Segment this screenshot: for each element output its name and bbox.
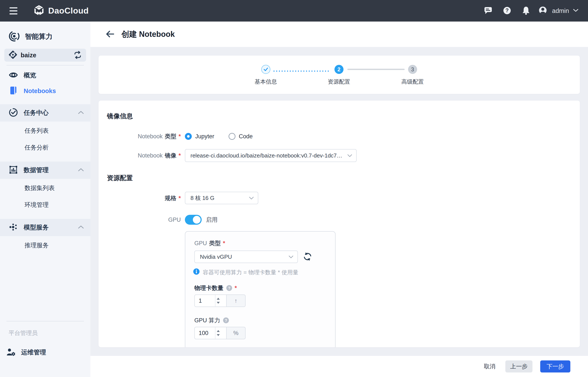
workspace-diamond-icon: [9, 50, 17, 60]
page-title: 创建 Notebook: [121, 29, 175, 40]
username-label: admin: [552, 7, 569, 14]
svg-text:?: ?: [228, 286, 230, 290]
step-2-circle[interactable]: 2: [334, 65, 343, 74]
messages-button[interactable]: [482, 5, 494, 17]
question-circle-icon[interactable]: ?: [223, 317, 229, 324]
sidebar-item-task-analysis[interactable]: 任务分析: [0, 140, 90, 155]
sidebar-item-label: 概览: [24, 71, 36, 80]
chevron-down-icon: [347, 154, 352, 157]
gpu-compute-label: GPU 算力 ?: [194, 317, 229, 324]
help-icon: ?: [502, 6, 512, 16]
sidebar-subitem-label: 数据集列表: [24, 184, 55, 192]
gpu-toggle[interactable]: [185, 215, 202, 225]
radio-jupyter[interactable]: [185, 133, 192, 140]
bell-icon: [521, 6, 531, 16]
workspace-selector[interactable]: baize: [4, 49, 86, 62]
step-1-circle[interactable]: [261, 65, 270, 74]
card-count-input: [194, 295, 227, 307]
section-heading-resource: 资源配置: [107, 174, 133, 182]
gpu-type-select[interactable]: Nvidia vGPU: [194, 250, 298, 263]
sidebar-divider: [6, 321, 84, 321]
step-2-label: 资源配置: [317, 78, 361, 85]
chevron-up-icon: [78, 168, 84, 172]
book-icon: [9, 86, 18, 96]
refresh-gpu-types-button[interactable]: [302, 252, 313, 262]
sidebar-group-model-service[interactable]: 模型服务: [0, 219, 90, 236]
previous-step-button[interactable]: 上一步: [505, 360, 532, 373]
sidebar-item-dataset-list[interactable]: 数据集列表: [0, 180, 90, 196]
chevron-down-icon: [249, 197, 254, 200]
spec-label: 规格*: [99, 192, 181, 205]
number-spinner: [215, 327, 221, 339]
spinner-up-icon[interactable]: [217, 330, 220, 332]
notebook-image-value: release-ci.daocloud.io/baize/baize-noteb…: [191, 152, 342, 159]
topbar: DaoCloud ?: [0, 0, 588, 22]
chevron-up-icon: [78, 111, 84, 115]
nodes-icon: [9, 222, 18, 233]
topbar-actions: ?: [475, 5, 578, 17]
spinner-down-icon[interactable]: [217, 334, 220, 336]
sidebar-group-task-center[interactable]: 任务中心: [0, 104, 90, 121]
number-spinner: [215, 295, 221, 306]
notifications-button[interactable]: [520, 5, 532, 17]
sidebar-item-environment-management[interactable]: 环境管理: [0, 197, 90, 212]
notebook-image-label: Notebook镜像*: [99, 149, 181, 162]
sidebar-group-label: 数据管理: [24, 166, 49, 175]
next-step-button[interactable]: 下一步: [540, 360, 570, 373]
sidebar-subitem-label: 环境管理: [24, 201, 49, 209]
question-circle-icon[interactable]: ?: [226, 285, 232, 291]
toggle-knob: [193, 216, 201, 224]
cancel-button[interactable]: 取消: [482, 363, 498, 370]
spinner-up-icon[interactable]: [217, 298, 220, 300]
info-icon: [193, 268, 200, 276]
percent-unit-label: %: [233, 330, 238, 337]
sidebar-item-label: Notebooks: [24, 87, 56, 94]
step-3-circle[interactable]: 3: [408, 65, 417, 74]
gpu-type-label: GPU类型*: [194, 239, 225, 247]
sidebar-bottom: 平台管理员: [0, 321, 90, 359]
radio-jupyter-label[interactable]: Jupyter: [195, 133, 214, 140]
spec-select[interactable]: 8 核 16 G: [185, 192, 258, 204]
role-label: 平台管理员: [9, 329, 90, 337]
sidebar-item-task-list[interactable]: 任务列表: [0, 123, 90, 138]
back-button[interactable]: [104, 28, 116, 40]
help-button[interactable]: ?: [501, 5, 513, 17]
avatar-icon: [537, 5, 548, 17]
content: 2 3 基本信息 资源配置 高级配置 镜像信息 Notebook类型*: [90, 47, 588, 356]
step-3-label: 高级配置: [391, 78, 434, 85]
radio-code-label[interactable]: Code: [239, 133, 253, 140]
spinner-down-icon[interactable]: [217, 302, 220, 304]
sync-arrows-icon: [303, 252, 313, 262]
eye-icon: [9, 70, 18, 81]
gpu-info-row: 容器可使用算力 = 物理卡数量 * 使用量: [193, 268, 298, 276]
sidebar-group-label: 任务中心: [24, 109, 49, 117]
notebook-image-select[interactable]: release-ci.daocloud.io/baize/baize-noteb…: [185, 149, 357, 162]
sidebar-item-notebooks[interactable]: Notebooks: [3, 84, 88, 98]
brand-name: DaoCloud: [48, 6, 89, 15]
gpu-compute-unit-addon: %: [227, 327, 246, 339]
card-count-label: 物理卡数量 ? *: [194, 284, 237, 292]
chart-frame-icon: [9, 165, 18, 175]
sidebar-group-data-management[interactable]: 数据管理: [0, 162, 90, 179]
module-label: 智能算力: [25, 32, 53, 41]
user-menu[interactable]: admin: [537, 5, 578, 17]
card-count-value-input[interactable]: [195, 295, 215, 306]
sidebar-item-inference-service[interactable]: 推理服务: [0, 238, 90, 253]
gpu-info-text: 容器可使用算力 = 物理卡数量 * 使用量: [203, 269, 298, 276]
menu-toggle-button[interactable]: [10, 6, 21, 16]
step-number: 2: [338, 66, 340, 73]
sidebar-item-overview[interactable]: 概览: [3, 69, 88, 82]
sidebar-divider: [6, 65, 84, 66]
main: 创建 Notebook 2: [90, 22, 588, 377]
user-gear-icon: [6, 347, 15, 358]
brand-logo[interactable]: DaoCloud: [33, 4, 89, 17]
radio-code[interactable]: [228, 133, 236, 140]
sidebar-item-ops-management[interactable]: 运维管理: [0, 346, 90, 359]
workspace-switch-button[interactable]: [74, 51, 82, 60]
notebook-type-field: Jupyter Code: [185, 132, 253, 141]
chat-icon: [483, 6, 493, 16]
gpu-compute-value-input[interactable]: [195, 327, 215, 339]
card-count-addon: ↑: [227, 295, 246, 307]
module-header[interactable]: 智能算力: [4, 28, 86, 45]
stepper-card: 2 3 基本信息 资源配置 高级配置: [99, 56, 580, 94]
